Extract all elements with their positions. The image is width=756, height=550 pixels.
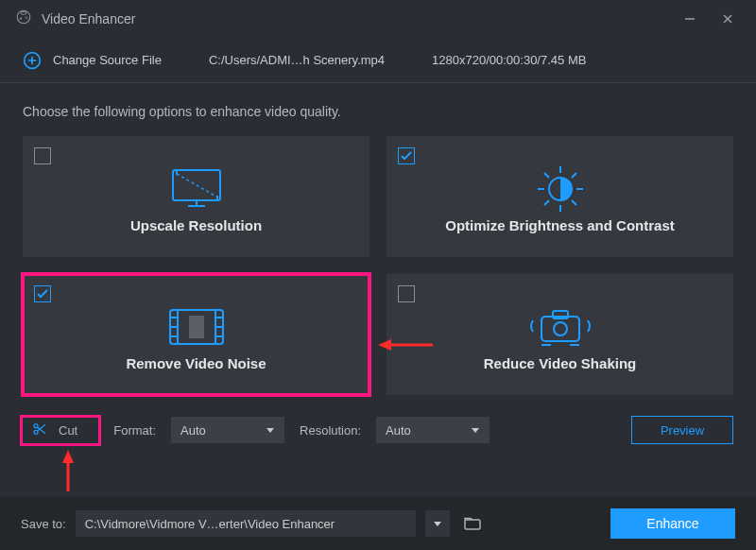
cut-label: Cut [59,423,77,438]
caret-down-icon [266,423,275,438]
camera-shake-icon [527,299,593,355]
format-value: Auto [180,423,206,438]
save-path-dropdown[interactable] [425,510,450,537]
scissors-icon [32,421,47,439]
preview-label: Preview [661,423,704,438]
svg-point-35 [554,322,567,335]
brightness-contrast-icon [534,161,587,217]
resolution-label: Resolution: [300,423,361,438]
change-source-button[interactable]: Change Source File [23,51,162,70]
card-upscale-resolution[interactable]: Upscale Resolution [23,136,369,257]
svg-point-38 [34,423,38,427]
resolution-dropdown[interactable]: Auto [376,417,490,443]
checkbox-upscale[interactable] [34,147,51,164]
checkbox-denoise[interactable] [34,285,51,302]
app-title: Video Enhancer [42,11,135,26]
source-file-path: C:/Users/ADMI…h Scenery.mp4 [209,53,385,67]
change-source-label: Change Source File [53,53,162,67]
checkbox-shaking[interactable] [398,285,415,302]
card-label: Reduce Video Shaking [484,355,636,371]
svg-line-19 [544,173,549,178]
svg-rect-33 [541,317,579,341]
browse-folder-button[interactable] [459,510,486,537]
svg-line-11 [177,174,216,197]
save-to-label: Save to: [21,517,66,531]
svg-marker-43 [472,428,479,433]
svg-point-2 [20,17,23,20]
svg-rect-32 [189,316,204,338]
minimize-button[interactable] [671,5,709,33]
svg-line-20 [572,200,576,205]
svg-rect-45 [465,520,480,529]
app-icon [15,9,32,29]
save-path-field[interactable]: C:\Vidmore\Vidmore V…erter\Video Enhance… [76,510,416,537]
monitor-upscale-icon [167,161,226,217]
svg-point-0 [17,10,30,24]
svg-point-39 [34,430,38,434]
cut-button[interactable]: Cut [23,418,98,443]
svg-marker-44 [434,522,441,526]
instruction-text: Choose the following options to enhance … [23,104,733,119]
card-label: Remove Video Noise [126,355,266,371]
close-button[interactable] [709,5,747,33]
source-toolbar: Change Source File C:/Users/ADMI…h Scene… [0,38,756,83]
card-optimize-brightness[interactable]: Optimize Brightness and Contrast [387,136,733,257]
format-dropdown[interactable]: Auto [171,417,284,443]
resolution-value: Auto [386,423,411,438]
svg-point-3 [25,16,28,20]
svg-marker-42 [266,428,274,433]
source-file-meta: 1280x720/00:00:30/7.45 MB [432,53,586,67]
enhance-label: Enhance [646,516,698,531]
enhance-button[interactable]: Enhance [610,508,735,539]
svg-point-1 [21,11,26,14]
title-bar: Video Enhancer [0,0,756,38]
save-path-value: C:\Vidmore\Vidmore V…erter\Video Enhance… [85,517,335,531]
card-remove-video-noise[interactable]: Remove Video Noise [23,274,369,395]
card-label: Optimize Brightness and Contrast [445,217,675,233]
svg-line-21 [544,200,549,205]
card-reduce-video-shaking[interactable]: Reduce Video Shaking [387,274,733,395]
svg-line-22 [572,173,576,178]
caret-down-icon [471,423,480,438]
plus-circle-icon [23,51,42,70]
bottom-bar: Save to: C:\Vidmore\Vidmore V…erter\Vide… [0,497,756,550]
format-label: Format: [113,423,156,438]
film-noise-icon [166,299,227,355]
checkbox-brightness[interactable] [398,147,415,164]
card-label: Upscale Resolution [130,217,262,233]
preview-button[interactable]: Preview [631,416,733,444]
